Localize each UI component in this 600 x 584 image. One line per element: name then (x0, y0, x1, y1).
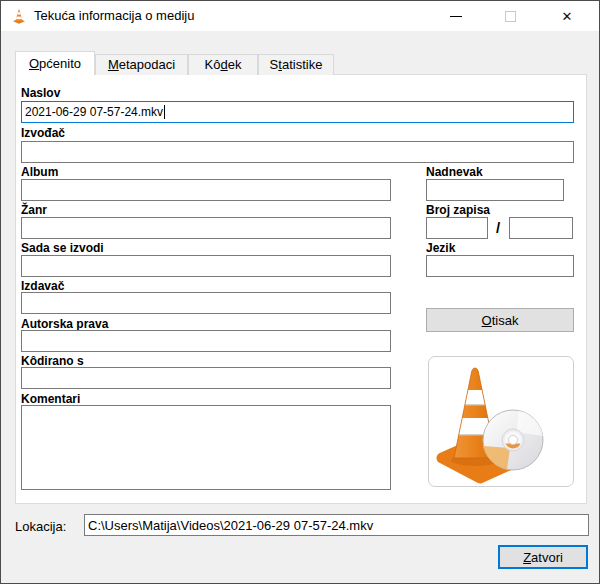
tab-statistike[interactable]: Statistike (258, 54, 334, 75)
izvodac-input[interactable] (21, 141, 574, 163)
autorska-prava-label: Autorska prava (21, 317, 108, 331)
tab-metapodaci[interactable]: Metapodaci (95, 54, 188, 75)
tab-label: Metapodaci (108, 57, 175, 72)
close-icon: ✕ (562, 9, 573, 24)
album-label: Album (21, 165, 58, 179)
sada-se-izvodi-label: Sada se izvodi (21, 241, 104, 255)
zanr-label: Žanr (21, 203, 47, 217)
lokacija-input[interactable] (84, 514, 589, 536)
sada-se-izvodi-input[interactable] (21, 255, 391, 277)
nadnevak-input[interactable] (426, 179, 564, 201)
text-caret (164, 105, 165, 119)
vlc-cone-artwork (429, 357, 573, 486)
broj-zapisa-label: Broj zapisa (426, 203, 490, 217)
broj-zapisa-input-1[interactable] (426, 217, 488, 239)
tab-label: Općenito (29, 56, 81, 71)
komentari-label: Komentari (21, 392, 80, 406)
album-input[interactable] (21, 179, 391, 201)
lokacija-label: Lokacija: (15, 519, 66, 534)
zatvori-button-label: Zatvori (523, 550, 563, 565)
tab-label: Kôdek (205, 57, 242, 72)
izdavac-label: Izdavač (21, 279, 64, 293)
artwork-frame (428, 356, 574, 487)
vlc-logo-icon (10, 7, 28, 25)
media-info-dialog: Tekuća informacija o mediju ✕ Općenito M… (0, 0, 600, 584)
naslov-label: Naslov (21, 86, 60, 100)
otisak-button-label: Otisak (482, 313, 519, 328)
maximize-icon (505, 11, 516, 22)
maximize-button (489, 1, 531, 31)
broj-zapisa-separator: / (489, 217, 507, 239)
title-bar: Tekuća informacija o mediju ✕ (1, 1, 599, 31)
naslov-value: 2021-06-29 07-57-24.mkv (25, 105, 163, 119)
zatvori-button[interactable]: Zatvori (498, 545, 588, 569)
zanr-input[interactable] (21, 217, 391, 239)
izdavac-input[interactable] (21, 292, 391, 314)
naslov-input[interactable]: 2021-06-29 07-57-24.mkv (21, 101, 574, 123)
autorska-prava-input[interactable] (21, 330, 391, 352)
minimize-button[interactable] (435, 1, 477, 31)
kodirano-s-label: Kôdirano s (21, 354, 84, 368)
window-title: Tekuća informacija o mediju (34, 8, 194, 23)
nadnevak-label: Nadnevak (426, 165, 483, 179)
jezik-input[interactable] (426, 255, 574, 277)
otisak-button[interactable]: Otisak (426, 308, 574, 332)
tab-opcenito[interactable]: Općenito (15, 51, 95, 75)
minimize-icon (450, 16, 462, 17)
tab-kodek[interactable]: Kôdek (188, 54, 258, 75)
komentari-textarea[interactable] (21, 405, 391, 490)
tab-label: Statistike (270, 57, 323, 72)
izvodac-label: Izvođač (21, 126, 65, 140)
jezik-label: Jezik (426, 241, 455, 255)
kodirano-s-input[interactable] (21, 367, 391, 389)
close-button[interactable]: ✕ (546, 1, 588, 31)
broj-zapisa-input-2[interactable] (509, 217, 573, 239)
